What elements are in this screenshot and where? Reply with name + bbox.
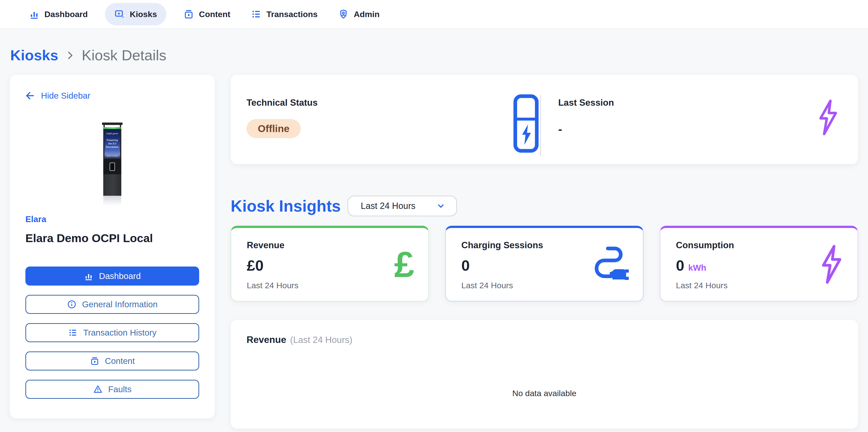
hide-sidebar-label: Hide Sidebar [41, 91, 90, 100]
kiosk-payment-terminal [103, 159, 121, 174]
time-range-value: Last 24 Hours [361, 201, 415, 211]
kiosk-led-strip [103, 127, 121, 129]
nav-item-dashboard[interactable]: Dashboard [25, 3, 91, 25]
kiosk-image-cap [102, 123, 123, 125]
consumption-insight-card: Consumption 0 kWh Last 24 Hours [660, 226, 858, 302]
insight-card-period: Last 24 Hours [247, 281, 299, 290]
nav-item-label: Content [199, 9, 230, 19]
technical-status-label: Technical Status [247, 98, 317, 108]
chart-empty-message: No data available [231, 389, 858, 398]
sidebar-item-content[interactable]: Content [25, 351, 199, 370]
insight-card-period: Last 24 Hours [461, 281, 513, 290]
kiosk-name-title: Elara Demo OCPI Local [25, 232, 153, 245]
chevron-right-icon [65, 50, 75, 61]
sidebar-item-label: Faults [108, 384, 131, 394]
last-session-label: Last Session [558, 98, 614, 108]
breadcrumb-kiosks-link[interactable]: Kiosks [10, 47, 58, 64]
revenue-insight-card: Revenue £0 Last 24 Hours £ [231, 226, 429, 302]
list-icon [251, 9, 262, 20]
list-icon [68, 328, 78, 338]
chart-subtitle: (Last 24 Hours) [290, 335, 352, 345]
kiosk-screen: bright green Powering the EV Revolution … [104, 130, 120, 159]
bar-chart-icon [84, 271, 93, 281]
nav-item-label: Dashboard [44, 9, 88, 19]
bar-chart-icon [29, 9, 39, 20]
insight-card-title: Revenue [247, 240, 284, 250]
kiosk-screen-brand: bright green [106, 132, 118, 135]
chart-title-row: Revenue (Last 24 Hours) [247, 334, 352, 345]
kiosk-screen-cta: Scan to Start [107, 155, 118, 157]
nav-item-transactions[interactable]: Transactions [248, 3, 321, 25]
sidebar-item-label: Content [105, 356, 135, 366]
bolt-icon [819, 244, 843, 285]
nav-item-label: Admin [354, 9, 379, 19]
sidebar-item-transaction-history[interactable]: Transaction History [25, 323, 199, 342]
media-box-icon [183, 9, 194, 20]
insight-card-title: Charging Sessions [461, 240, 543, 250]
revenue-chart-card: Revenue (Last 24 Hours) No data availabl… [231, 320, 858, 429]
sidebar-item-dashboard[interactable]: Dashboard [25, 267, 199, 285]
shield-badge-icon [338, 9, 349, 20]
warning-triangle-icon [93, 384, 103, 394]
media-box-icon [90, 356, 100, 366]
info-circle-icon [67, 300, 76, 309]
vertical-divider [540, 95, 541, 156]
breadcrumb-current: Kiosk Details [82, 47, 166, 64]
last-session-value: - [558, 123, 562, 136]
insight-card-unit: kWh [688, 263, 706, 273]
nav-item-label: Kiosks [130, 9, 157, 19]
time-range-select[interactable]: Last 24 Hours [348, 196, 457, 216]
status-badge: Offline [247, 119, 301, 138]
charging-sessions-insight-card: Charging Sessions 0 Last 24 Hours [445, 226, 644, 302]
kiosk-model-label: Elara [25, 214, 46, 224]
pound-icon: £ [394, 247, 414, 283]
nav-item-content[interactable]: Content [180, 3, 234, 25]
chevron-down-icon [436, 201, 446, 211]
sidebar-item-faults[interactable]: Faults [25, 380, 199, 399]
kiosk-icon [114, 9, 125, 20]
sidebar-item-label: Transaction History [83, 328, 156, 338]
kiosk-sidebar: Hide Sidebar bright green Powering the E… [10, 75, 215, 418]
nav-item-admin[interactable]: Admin [335, 3, 383, 25]
sidebar-item-label: Dashboard [99, 271, 141, 281]
top-nav: Dashboard Kiosks Content Transactions Ad… [0, 0, 868, 29]
insight-card-title: Consumption [676, 240, 734, 250]
sidebar-item-label: General Information [82, 300, 157, 309]
insight-card-value: 0 [461, 257, 470, 274]
insight-card-value: £0 [247, 257, 264, 274]
breadcrumb: Kiosks Kiosk Details [10, 47, 166, 64]
kiosk-screen-headline: Powering the EV Revolution [104, 138, 120, 149]
insight-card-value: 0 kWh [676, 257, 706, 274]
arrow-left-icon [25, 90, 36, 101]
kiosk-insights-title: Kiosk Insights [231, 197, 341, 215]
nav-item-kiosks[interactable]: Kiosks [105, 3, 166, 25]
kiosk-product-image: bright green Powering the EV Revolution … [103, 123, 121, 206]
hide-sidebar-button[interactable]: Hide Sidebar [25, 90, 90, 101]
insight-card-period: Last 24 Hours [676, 281, 727, 290]
plug-icon [590, 245, 629, 284]
bolt-icon [816, 99, 839, 137]
sidebar-item-general-information[interactable]: General Information [25, 295, 199, 314]
chart-title: Revenue [247, 334, 286, 345]
technical-status-card: Technical Status Offline Last Session - [231, 75, 858, 164]
nav-item-label: Transactions [267, 9, 318, 19]
kiosk-sidebar-menu: Dashboard General Information Transactio… [25, 267, 199, 399]
battery-charging-icon [513, 94, 539, 153]
